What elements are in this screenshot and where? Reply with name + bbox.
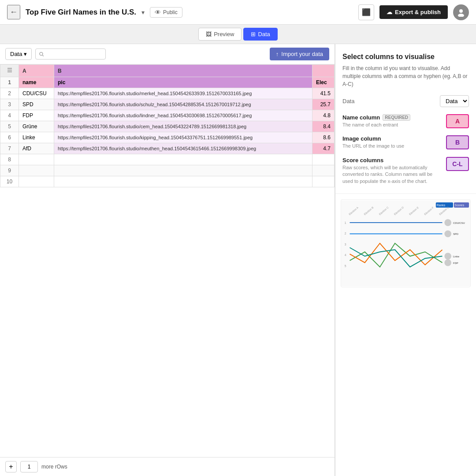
score-cell[interactable]: 41.5 (312, 88, 335, 99)
score-column-title: Score columns (342, 157, 441, 164)
table-row: 2 CDU/CSU https://tempfiles201706.flouri… (0, 88, 335, 99)
row-num: 9 (0, 165, 19, 176)
public-badge[interactable]: 👁 Public (150, 7, 182, 18)
score-cell[interactable]: 8.4 (312, 121, 335, 132)
header-pic[interactable]: pic (54, 77, 312, 88)
empty-cell[interactable] (312, 176, 335, 187)
search-input[interactable] (47, 51, 102, 57)
search-bar[interactable] (35, 48, 106, 60)
config-item-score: Score columns Raw scores, which will be … (342, 157, 469, 185)
svg-text:5: 5 (345, 264, 346, 268)
empty-cell[interactable] (19, 154, 54, 165)
main-content: Data ▾ ↑ Import your data (0, 44, 476, 476)
row-count-input[interactable] (20, 461, 38, 472)
col-header-a[interactable]: A (19, 65, 54, 77)
import-label: Import your data (281, 51, 323, 57)
url-cell[interactable]: https://tempfiles201706.flourish.studio/… (54, 132, 312, 143)
col-header-b[interactable]: B (54, 65, 312, 77)
name-cell[interactable]: AfD (19, 143, 54, 154)
empty-cell[interactable] (19, 165, 54, 176)
data-dropdown[interactable]: Data ▾ (5, 48, 32, 60)
image-column-tag[interactable]: B (446, 135, 469, 149)
row-num: 6 (0, 132, 19, 143)
chart-preview: Ranks Scores Election A Election B Elect… (341, 199, 471, 287)
name-cell[interactable]: FDP (19, 110, 54, 121)
score-cell[interactable]: 25.7 (312, 99, 335, 110)
config-desc-score: Raw scores, which will be automatically … (342, 164, 441, 185)
dropdown-chevron-icon: ▾ (24, 51, 27, 57)
tab-preview[interactable]: 🖼 Preview (198, 28, 242, 41)
data-dropdown-label: Data (10, 51, 22, 57)
row-num: 7 (0, 143, 19, 154)
row-num: 2 (0, 88, 19, 99)
columns-section: Select columns to visualise Fill in the … (335, 44, 476, 194)
empty-cell[interactable] (54, 154, 312, 165)
empty-cell[interactable] (54, 176, 312, 187)
columns-desc: Fill in the column id you want to visual… (342, 64, 469, 88)
data-tab-icon: ⊞ (251, 31, 256, 37)
svg-rect-4 (341, 200, 470, 286)
col-header-num (0, 65, 19, 77)
data-row-header: Data Data (342, 95, 469, 107)
svg-text:FDP: FDP (453, 262, 458, 264)
empty-cell[interactable] (19, 176, 54, 187)
name-column-tag[interactable]: A (446, 114, 469, 128)
svg-point-23 (444, 231, 451, 238)
name-cell[interactable]: Grüne (19, 121, 54, 132)
data-select[interactable]: Data (440, 95, 469, 107)
square-icon-button[interactable]: ⬛ (358, 4, 374, 20)
url-cell[interactable]: https://tempfiles201706.flourish.studio/… (54, 88, 312, 99)
avatar (453, 4, 469, 20)
add-row-button[interactable]: + (5, 461, 17, 472)
config-desc-name: The name of each entrant (342, 122, 441, 128)
table-wrapper: A B 1 name pic Elec 2 (0, 64, 335, 457)
score-cell[interactable]: 8.6 (312, 132, 335, 143)
empty-cell[interactable] (54, 165, 312, 176)
upload-icon: ☁ (387, 9, 392, 15)
table-row-header: 1 name pic Elec (0, 77, 335, 88)
url-cell[interactable]: https://tempfiles201706.flourish.studio/… (54, 110, 312, 121)
svg-point-2 (40, 52, 43, 55)
top-bar: ← Top Five Girl Names in the U.S. ▾ 👁 Pu… (0, 0, 476, 25)
more-rows-button[interactable]: more rOws (41, 464, 67, 470)
svg-point-1 (458, 14, 464, 17)
score-column-tag[interactable]: C-L (446, 157, 469, 171)
table-row: 6 Linke https://tempfiles201706.flourish… (0, 132, 335, 143)
tab-data[interactable]: ⊞ Data (243, 28, 277, 41)
row-num: 10 (0, 176, 19, 187)
name-cell[interactable]: SPD (19, 99, 54, 110)
empty-cell[interactable] (312, 165, 335, 176)
url-cell[interactable]: https://tempfiles201706.flourish.studio/… (54, 99, 312, 110)
export-publish-button[interactable]: ☁ Export & publish (379, 5, 448, 19)
svg-point-27 (444, 253, 451, 260)
left-panel: Data ▾ ↑ Import your data (0, 44, 335, 476)
table-row: 9 (0, 165, 335, 176)
table-row: 5 Grüne https://tempfiles201706.flourish… (0, 121, 335, 132)
svg-text:1: 1 (345, 221, 346, 224)
row-num: 4 (0, 110, 19, 121)
toolbar: Data ▾ ↑ Import your data (0, 44, 335, 64)
data-label: Data (342, 98, 354, 104)
back-button[interactable]: ← (7, 5, 20, 19)
table-row: 8 (0, 154, 335, 165)
score-cell[interactable]: 4.7 (312, 143, 335, 154)
name-cell[interactable]: Linke (19, 132, 54, 143)
name-column-title: Name column (342, 114, 380, 121)
preview-icon: 🖼 (206, 31, 212, 37)
col-header-c[interactable] (312, 65, 335, 77)
title-dropdown-icon[interactable]: ▾ (141, 9, 145, 16)
data-tab-label: Data (258, 31, 270, 37)
header-elec[interactable]: Elec (312, 77, 335, 88)
preview-label: Preview (214, 31, 234, 37)
header-name[interactable]: name (19, 77, 54, 88)
empty-cell[interactable] (312, 154, 335, 165)
url-cell[interactable]: https://tempfiles201706.flourish.studio/… (54, 143, 312, 154)
import-button[interactable]: ↑ Import your data (270, 48, 329, 60)
import-icon: ↑ (276, 51, 279, 57)
row-num: 5 (0, 121, 19, 132)
score-cell[interactable]: 4.8 (312, 110, 335, 121)
config-item-name: Name column REQUIRED The name of each en… (342, 114, 469, 128)
svg-text:CDU/CSU: CDU/CSU (453, 222, 465, 224)
url-cell[interactable]: https://tempfiles201706.flourish.studio/… (54, 121, 312, 132)
name-cell[interactable]: CDU/CSU (19, 88, 54, 99)
